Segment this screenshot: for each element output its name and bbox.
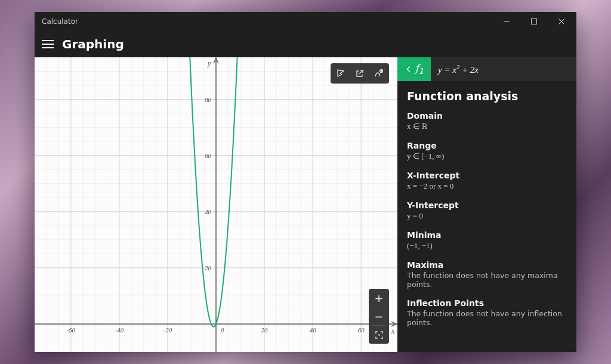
close-button[interactable]	[548, 12, 575, 31]
property-note: The function does not have any inflectio…	[407, 309, 567, 327]
back-to-functions-button[interactable]: ƒ1	[397, 57, 431, 81]
analysis-property: MaximaThe function does not have any max…	[407, 260, 567, 289]
property-label: Minima	[407, 230, 567, 240]
maximize-button[interactable]	[520, 12, 548, 31]
share-button[interactable]	[351, 64, 369, 82]
fit-view-button[interactable]	[369, 326, 389, 344]
trace-tool-button[interactable]	[332, 64, 350, 82]
svg-text:60: 60	[358, 326, 365, 334]
svg-text:40: 40	[310, 326, 317, 334]
mode-header: Graphing	[35, 31, 576, 57]
svg-text:y: y	[207, 59, 211, 67]
property-label: Range	[407, 141, 567, 150]
menu-icon[interactable]	[42, 40, 54, 48]
property-value: x = −2 or x = 0	[407, 181, 567, 191]
graph-toolbar	[331, 63, 389, 84]
property-value: y ∈ [−1, ∞)	[407, 152, 567, 161]
property-note: The function does not have any maxima po…	[407, 271, 567, 289]
svg-text:-60: -60	[66, 326, 75, 334]
svg-text:20: 20	[261, 326, 269, 334]
window-title: Calculator	[42, 17, 78, 26]
zoom-in-button[interactable]: +	[369, 289, 389, 307]
analysis-property: Domainx ∈ ℝ	[407, 111, 567, 131]
zoom-controls: + −	[369, 289, 389, 344]
title-bar: Calculator	[35, 12, 576, 31]
analysis-property: Rangey ∈ [−1, ∞)	[407, 141, 567, 161]
property-label: Inflection Points	[407, 298, 567, 308]
svg-text:-20: -20	[163, 326, 172, 334]
property-label: X-Intercept	[407, 171, 567, 180]
zoom-out-button[interactable]: −	[369, 307, 389, 325]
property-value: y = 0	[407, 211, 567, 221]
plot-svg: -60-40-20204060204060800yx	[35, 57, 397, 352]
graph-canvas[interactable]: -60-40-20204060204060800yx + −	[35, 57, 397, 352]
svg-text:-40: -40	[115, 326, 124, 334]
analysis-property: Minima(−1, −1)	[407, 230, 567, 251]
svg-text:0: 0	[221, 326, 224, 334]
svg-text:40: 40	[205, 208, 212, 215]
svg-text:80: 80	[205, 96, 212, 103]
analysis-panel: ƒ1 y = x2 + 2x Function analysis Domainx…	[397, 57, 576, 352]
function-expression: y = x2 + 2x	[431, 57, 576, 81]
app-window: Calculator Graphing -60-40-2020406020406…	[35, 12, 576, 352]
property-value: (−1, −1)	[407, 241, 567, 251]
svg-point-85	[378, 334, 380, 336]
svg-text:60: 60	[205, 152, 212, 159]
property-value: x ∈ ℝ	[407, 122, 567, 131]
svg-rect-1	[532, 19, 537, 24]
svg-text:x: x	[391, 327, 395, 335]
property-label: Maxima	[407, 260, 567, 270]
analysis-body: Function analysis Domainx ∈ ℝRangey ∈ [−…	[397, 81, 576, 343]
content-area: -60-40-20204060204060800yx + −	[35, 57, 576, 352]
property-label: Domain	[407, 111, 567, 121]
analysis-title: Function analysis	[407, 90, 567, 103]
svg-text:20: 20	[205, 264, 212, 272]
function-header: ƒ1 y = x2 + 2x	[397, 57, 576, 81]
window-controls	[493, 12, 575, 31]
function-badge-label: ƒ1	[415, 63, 424, 76]
analysis-property: Y-Intercepty = 0	[407, 200, 567, 221]
graph-options-button[interactable]	[370, 64, 388, 82]
minimize-button[interactable]	[493, 12, 520, 31]
analysis-property: Inflection PointsThe function does not h…	[407, 298, 567, 327]
property-label: Y-Intercept	[407, 200, 567, 210]
svg-point-84	[381, 70, 382, 72]
mode-title: Graphing	[62, 37, 124, 51]
analysis-property: X-Interceptx = −2 or x = 0	[407, 171, 567, 191]
